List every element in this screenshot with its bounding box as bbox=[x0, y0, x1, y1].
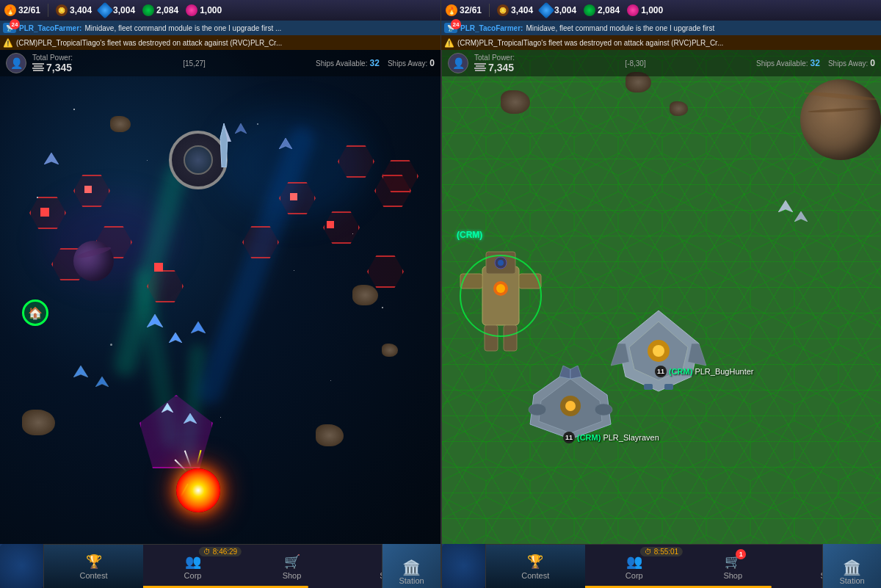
contest-icon-right: 🏆 bbox=[525, 553, 545, 570]
wood-icon-r: 🪙 bbox=[497, 4, 509, 16]
svg-marker-3 bbox=[235, 123, 247, 134]
total-power-right: Total Power: 7,345 bbox=[474, 53, 515, 73]
pink-value-right: 1,000 bbox=[641, 5, 663, 15]
flame-icon-right: 🔥 bbox=[446, 4, 457, 16]
svg-marker-2 bbox=[44, 153, 59, 164]
svg-rect-32 bbox=[664, 384, 673, 390]
name-slayraven: PLR_Slayraven bbox=[603, 433, 659, 442]
game-panel-left[interactable]: 🏠 👤 Total Power: bbox=[0, 50, 440, 544]
tab-contest-right[interactable]: 🏆 Contest bbox=[486, 544, 585, 588]
top-bar: 🔥 32/61 🪙 3,404 3,004 2,084 1,000 🔥 32/6… bbox=[0, 0, 881, 21]
red-ship-4 bbox=[290, 193, 297, 200]
tab-corp-left[interactable]: 👥 Corp bbox=[143, 544, 242, 588]
station-glow-r bbox=[442, 544, 486, 588]
svg-point-36 bbox=[565, 401, 576, 411]
signal-icon-left: 24 📡 bbox=[3, 23, 16, 33]
asteroid-r-3 bbox=[670, 101, 688, 116]
territory-marker bbox=[139, 395, 213, 468]
game-area: 🏠 👤 Total Power: bbox=[0, 50, 881, 544]
tab-station-left[interactable]: 🏛️ Station bbox=[382, 544, 440, 588]
green-value-left: 2,084 bbox=[156, 5, 178, 15]
hp-left: 🔥 32/61 bbox=[4, 4, 40, 16]
tab-shop-left[interactable]: 🛒 Shop bbox=[242, 544, 341, 588]
station-preview-left bbox=[0, 544, 44, 588]
svg-point-37 bbox=[529, 404, 546, 415]
svg-marker-11 bbox=[184, 413, 197, 424]
chat-msg-right: Minidave, fleet command module is the on… bbox=[526, 24, 714, 32]
ship-r-2 bbox=[794, 211, 808, 225]
ship-territory-1 bbox=[162, 402, 173, 415]
wood-icon: 🪙 bbox=[56, 4, 68, 16]
pink-icon-right bbox=[627, 4, 639, 16]
diamond-icon-left bbox=[97, 2, 114, 19]
svg-rect-18 bbox=[485, 325, 498, 351]
power-container-right: 7,345 bbox=[474, 62, 515, 73]
friendly-ship-1 bbox=[44, 153, 59, 167]
contest-label-left: Contest bbox=[80, 571, 108, 580]
star bbox=[147, 160, 148, 161]
chat-line1-right: 24 📡 PLR_TacoFarmer: Minidave, fleet com… bbox=[441, 21, 881, 35]
corp-tag-bughunter: (CRM) bbox=[669, 367, 692, 376]
hp-right: 🔥 32/61 bbox=[446, 4, 482, 16]
contest-icon-left: 🏆 bbox=[84, 553, 104, 570]
star bbox=[257, 123, 258, 125]
asteroid-btm-2 bbox=[316, 424, 344, 446]
away-label-left: Ships Away: bbox=[388, 59, 427, 68]
planet-ring bbox=[76, 245, 112, 260]
station-core bbox=[184, 145, 213, 175]
name-bughunter: PLR_BugHunter bbox=[695, 367, 753, 376]
ships-info-right: Ships Available: 32 Ships Away: 0 bbox=[756, 58, 875, 68]
chat-badge-right: 24 bbox=[451, 19, 461, 29]
crm-label-top: (CRM) bbox=[457, 230, 482, 240]
corp-label-left: Corp bbox=[184, 571, 202, 580]
ships-available-left: Ships Available: 32 Ships Away: 0 bbox=[316, 58, 435, 68]
tab-shop-right[interactable]: 1 🛒 Shop bbox=[684, 544, 783, 588]
tab-station-right[interactable]: 🏛️ Station bbox=[822, 544, 881, 588]
bottom-bar-left: ⏱ 8:46:29 🏆 Contest 👥 Corp 🛒 Shop 🛡️ Shi… bbox=[0, 544, 440, 588]
svg-rect-19 bbox=[504, 325, 517, 351]
hex-red-11[interactable] bbox=[338, 145, 374, 178]
coords-value-left: [15,27] bbox=[183, 59, 206, 68]
diamond-value-left: 3,004 bbox=[113, 5, 135, 15]
corp-label-right: Corp bbox=[626, 571, 643, 580]
ship-cluster-2 bbox=[191, 322, 206, 336]
total-power-left: Total Power: 7,345 bbox=[32, 53, 73, 73]
planet-detail-2 bbox=[808, 107, 870, 113]
avatar-left: 👤 bbox=[6, 53, 26, 73]
asteroid-btm-1 bbox=[22, 410, 55, 435]
ship-r-1 bbox=[778, 200, 793, 215]
ship-bughunter[interactable] bbox=[611, 307, 706, 398]
chat-bars: 24 📡 PLR_TacoFarmer: Minidave, fleet com… bbox=[0, 21, 881, 50]
bottom-bar-right: ⏱ 8:55:01 🏆 Contest 👥 Corp 1 🛒 Shop 🛡️ S… bbox=[440, 544, 881, 588]
station-label-left: Station bbox=[399, 576, 424, 585]
bottom-bar: ⏱ 8:46:29 🏆 Contest 👥 Corp 🛒 Shop 🛡️ Shi… bbox=[0, 544, 881, 588]
sa-label-left: Ships Available: bbox=[316, 59, 367, 68]
game-panel-right[interactable]: (CRM) bbox=[440, 50, 881, 544]
wood-value-left: 3,404 bbox=[70, 5, 92, 15]
hex-red-2[interactable] bbox=[73, 175, 110, 207]
chat-line1-left: 24 📡 PLR_TacoFarmer: Minidave, fleet com… bbox=[0, 21, 440, 35]
sa-label-right: Ships Available: bbox=[756, 59, 808, 68]
chat-line2-left: ⚠️ (CRM)PLR_TropicalTiago's fleet was de… bbox=[0, 35, 440, 50]
svg-marker-6 bbox=[191, 322, 206, 333]
away-value-left: 0 bbox=[429, 58, 435, 68]
svg-marker-9 bbox=[95, 377, 109, 387]
res-pink-left: 1,000 bbox=[186, 4, 222, 16]
chat-sender-left: PLR_TacoFarmer: bbox=[19, 24, 81, 32]
tab-contest-left[interactable]: 🏆 Contest bbox=[44, 544, 143, 588]
crm-ship-large[interactable] bbox=[449, 237, 552, 357]
svg-point-28 bbox=[653, 345, 664, 357]
planet-detail-1 bbox=[804, 91, 877, 102]
hp-value-right: 32/61 bbox=[460, 5, 482, 15]
res-pink-right: 1,000 bbox=[627, 4, 663, 16]
svg-marker-40 bbox=[570, 366, 581, 379]
ship-territory-2 bbox=[184, 413, 197, 427]
svg-marker-41 bbox=[778, 200, 793, 212]
tab-corp-right[interactable]: 👥 Corp bbox=[585, 544, 684, 588]
hex-red-9[interactable] bbox=[367, 255, 404, 288]
red-ship-1 bbox=[40, 208, 49, 217]
ship-label-slayraven: 11 (CRM) PLR_Slayraven bbox=[563, 432, 659, 443]
home-base[interactable]: 🏠 bbox=[22, 300, 48, 326]
top-bar-left: 🔥 32/61 🪙 3,404 3,004 2,084 1,000 bbox=[0, 0, 440, 21]
station-label-right: Station bbox=[839, 576, 864, 585]
